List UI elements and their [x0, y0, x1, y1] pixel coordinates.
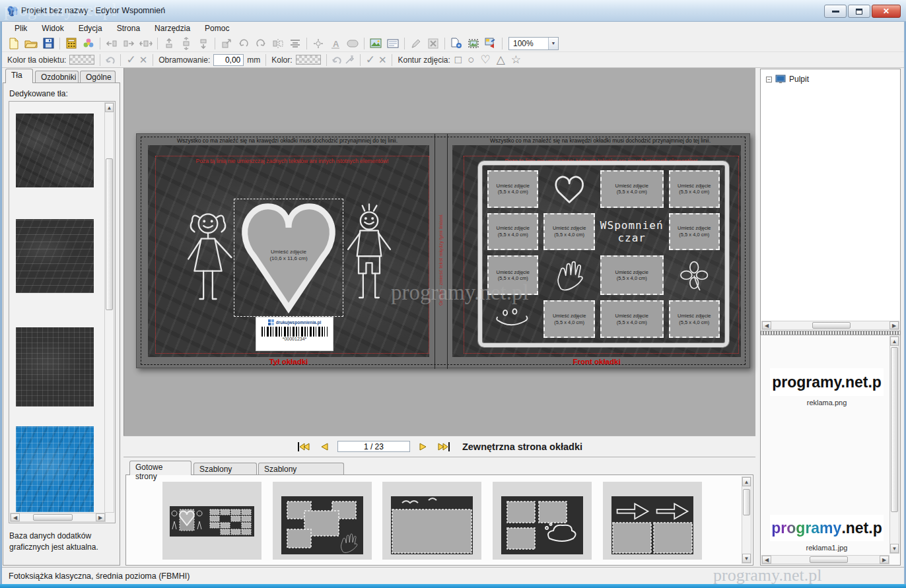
menu-plik[interactable]: Plik: [7, 22, 34, 34]
center-on-page-icon[interactable]: [310, 36, 326, 51]
menu-edycja[interactable]: Edycja: [71, 22, 110, 34]
file-preview-reklama1-jpg[interactable]: programy.net.p: [770, 515, 884, 541]
tree-collapse-icon[interactable]: −: [766, 77, 772, 82]
scroll-up-icon[interactable]: ▲: [105, 103, 114, 112]
scroll-down-icon[interactable]: ▼: [742, 554, 751, 563]
scroll-thumb[interactable]: [810, 556, 848, 563]
tab-szablony-uzytkownika[interactable]: Szablony użytkownika: [258, 463, 344, 476]
template-thumb-three-photos[interactable]: [493, 482, 592, 560]
scroll-left-icon[interactable]: ◀: [762, 556, 771, 564]
restore-button[interactable]: [848, 5, 870, 18]
menu-widok[interactable]: Widok: [34, 22, 71, 34]
border-color-swatch[interactable]: [296, 55, 321, 65]
center-vertical-icon[interactable]: [178, 36, 194, 51]
tab-gotowe-strony[interactable]: Gotowe strony: [129, 461, 192, 475]
rotate-left-icon[interactable]: [236, 36, 252, 51]
first-page-button[interactable]: [296, 440, 311, 453]
heart-photo-slot[interactable]: Umieść zdjęcie (10,6 x 11,6 cm): [232, 197, 345, 318]
tab-szablony-stron[interactable]: Szablony stron: [193, 463, 257, 476]
project-settings-icon[interactable]: [81, 36, 96, 51]
photo-placeholder[interactable]: Umieść zdjęcie(5,5 x 4,0 cm): [543, 300, 594, 338]
design-canvas[interactable]: Grzbiet - zmieść tekst między tymi linia…: [123, 68, 755, 436]
nudge-left-icon[interactable]: [104, 36, 120, 51]
scroll-thumb[interactable]: [106, 158, 113, 310]
photo-placeholder[interactable]: Umieść zdjęcie(5,5 x 4,0 cm): [669, 170, 720, 208]
close-button[interactable]: ✕: [872, 5, 901, 18]
scroll-thumb[interactable]: [812, 322, 851, 329]
backgrounds-vscrollbar[interactable]: ▲: [104, 102, 114, 513]
apply-bg-color-icon[interactable]: ✓: [126, 54, 135, 65]
bg-color-swatch[interactable]: [69, 55, 94, 65]
scroll-right-icon[interactable]: ▶: [880, 556, 889, 564]
files-vscrollbar[interactable]: ▲ ▼: [889, 336, 899, 554]
cover-spread[interactable]: Grzbiet - zmieść tekst między tymi linia…: [136, 133, 750, 368]
text-fit-icon[interactable]: A: [328, 36, 343, 51]
order-forward-icon[interactable]: [219, 36, 234, 51]
files-hscrollbar[interactable]: ◀ ▶: [761, 555, 889, 564]
contour-heart-icon[interactable]: ♡: [479, 54, 491, 65]
copy-style-icon[interactable]: [448, 36, 464, 51]
tree-hscrollbar[interactable]: ◀ ▶: [761, 321, 899, 330]
scroll-thumb[interactable]: [891, 347, 898, 512]
last-page-button[interactable]: [436, 440, 451, 453]
tab-ogolne[interactable]: Ogólne: [80, 71, 116, 84]
background-thumb-chalk[interactable]: [16, 114, 94, 187]
reset-border-color-icon[interactable]: [332, 55, 341, 65]
menu-pomoc[interactable]: Pomoc: [197, 22, 236, 34]
template-thumb-collage[interactable]: [273, 482, 372, 560]
scroll-left-icon[interactable]: ◀: [11, 513, 20, 521]
contour-ellipse-icon[interactable]: ○: [466, 54, 475, 65]
scroll-thumb[interactable]: [33, 514, 73, 521]
chevron-down-icon[interactable]: ▼: [548, 38, 558, 49]
delete-object-icon[interactable]: [425, 36, 441, 51]
photo-placeholder[interactable]: Umieść zdjęcie(5,5 x 4,0 cm): [600, 170, 664, 208]
edit-object-icon[interactable]: [408, 36, 424, 51]
photo-placeholder[interactable]: Umieść zdjęcie(5,5 x 4,0 cm): [669, 213, 720, 251]
photo-placeholder[interactable]: Umieść zdjęcie(5,5 x 4,0 cm): [600, 255, 664, 295]
save-project-icon[interactable]: [40, 36, 56, 51]
file-name[interactable]: reklama1.jpg: [770, 544, 884, 552]
previous-page-button[interactable]: [317, 440, 331, 453]
backgrounds-hscrollbar[interactable]: ◀ ▶: [10, 513, 106, 522]
new-document-icon[interactable]: [6, 36, 22, 51]
contour-star-icon[interactable]: ☆: [510, 54, 522, 65]
align-bottom-icon[interactable]: [195, 36, 211, 51]
open-project-icon[interactable]: [23, 36, 39, 51]
zoom-select[interactable]: 100% ▼: [508, 37, 559, 50]
tab-tla[interactable]: Tła: [5, 69, 33, 83]
page-indicator-input[interactable]: [337, 441, 410, 452]
photo-placeholder[interactable]: Umieść zdjęcie(5,5 x 4,0 cm): [543, 213, 594, 251]
rounded-shape-icon[interactable]: [345, 36, 361, 51]
tab-ozdobniki[interactable]: Ozdobniki: [35, 71, 79, 84]
scroll-up-icon[interactable]: ▲: [890, 337, 899, 346]
center-horizontal-icon[interactable]: [138, 36, 154, 51]
template-thumb-cover[interactable]: [162, 482, 261, 560]
reset-bg-color-icon[interactable]: [106, 55, 115, 65]
file-preview-reklama-png[interactable]: programy.net.p: [770, 368, 884, 396]
template-thumb-arrows[interactable]: [603, 482, 702, 560]
insert-text-icon[interactable]: [385, 36, 401, 51]
scroll-up-icon[interactable]: ▲: [742, 477, 751, 486]
align-top-icon[interactable]: [161, 36, 177, 51]
file-name[interactable]: reklama.png: [770, 399, 884, 407]
price-calculator-icon[interactable]: [63, 36, 79, 51]
scroll-right-icon[interactable]: ▶: [96, 513, 105, 521]
cancel-bg-color-icon[interactable]: ✕: [139, 55, 148, 65]
backgrounds-list[interactable]: ▲ ◀ ▶: [9, 101, 116, 523]
minimize-button[interactable]: [824, 5, 847, 18]
scroll-right-icon[interactable]: ▶: [889, 321, 899, 329]
photo-placeholder[interactable]: Umieść zdjęcie(5,5 x 4,0 cm): [669, 300, 720, 338]
menu-strona[interactable]: Strona: [110, 22, 147, 34]
menu-narzedzia[interactable]: Narzędzia: [147, 22, 197, 34]
template-thumb-full-photo[interactable]: [382, 482, 481, 560]
background-thumb-chalk-lines[interactable]: [16, 219, 94, 293]
photo-placeholder[interactable]: Umieść zdjęcie(5,5 x 4,0 cm): [487, 213, 538, 251]
background-thumb-chalk-grid[interactable]: [16, 327, 94, 407]
crop-image-icon[interactable]: [466, 36, 481, 51]
contour-square-icon[interactable]: □: [454, 54, 463, 65]
replace-image-icon[interactable]: [483, 36, 499, 51]
pick-color-icon[interactable]: [345, 55, 355, 65]
insert-image-icon[interactable]: [368, 36, 384, 51]
border-width-input[interactable]: [213, 54, 244, 66]
nudge-right-icon[interactable]: [121, 36, 137, 51]
